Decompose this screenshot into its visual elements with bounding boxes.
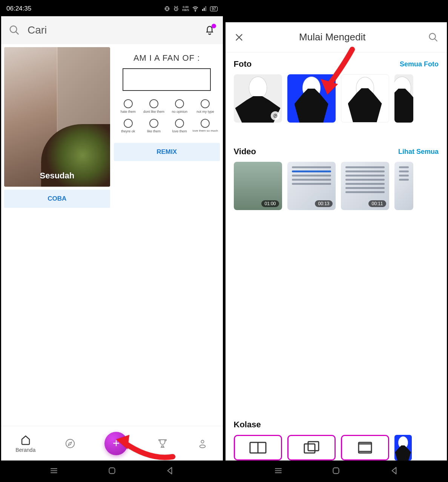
svg-point-6 xyxy=(10,26,17,33)
right-phone: Mulai Mengedit Foto Semua Foto ℗ Video L… xyxy=(224,0,448,482)
nav-profile[interactable] xyxy=(197,438,208,449)
kolase-template[interactable] xyxy=(287,435,336,461)
template-labels-row2: theyre oklike themlove themlove them so … xyxy=(115,129,218,133)
foto-thumb[interactable] xyxy=(341,74,389,123)
kolase-template[interactable] xyxy=(394,435,412,461)
svg-rect-0 xyxy=(166,7,168,11)
status-bar: 06:24:35 0.00KB/S 97 xyxy=(1,1,223,16)
back-button[interactable] xyxy=(389,466,399,476)
alarm-icon xyxy=(173,6,179,12)
svg-rect-16 xyxy=(333,468,339,473)
video-duration: 00:11 xyxy=(368,200,386,207)
svg-point-7 xyxy=(66,439,74,448)
section-link-video[interactable]: Lihat Semua xyxy=(398,148,439,156)
search-icon[interactable] xyxy=(428,32,439,43)
create-button[interactable]: + xyxy=(104,432,128,455)
vibrate-icon xyxy=(164,6,170,12)
svg-point-8 xyxy=(201,440,204,443)
modal-title: Mulai Mengedit xyxy=(244,31,422,43)
nav-home-label: Beranda xyxy=(15,447,35,453)
home-button[interactable] xyxy=(107,466,117,476)
nav-challenges[interactable] xyxy=(157,438,168,449)
modal-header: Mulai Mengedit xyxy=(226,22,447,52)
feed: Sesudah COBA AM I A FAN OF : hate themdo… xyxy=(1,44,223,426)
notification-dot xyxy=(212,24,216,28)
section-head-video: Video Lihat Semua xyxy=(226,124,447,160)
battery-level: 97 xyxy=(210,6,217,11)
feed-card-template[interactable]: AM I A FAN OF : hate themdont like themn… xyxy=(114,47,220,140)
video-duration: 00:13 xyxy=(315,200,332,207)
video-thumb[interactable] xyxy=(394,162,413,210)
kolase-template[interactable] xyxy=(341,435,389,461)
remix-button[interactable]: REMIX xyxy=(114,143,220,161)
nav-explore[interactable] xyxy=(64,438,76,449)
section-head-kolase: Kolase xyxy=(226,413,447,433)
status-time: 06:24:35 xyxy=(6,5,31,12)
home-button[interactable] xyxy=(331,466,341,476)
recent-apps-button[interactable] xyxy=(273,466,283,476)
kolase-scroll[interactable] xyxy=(226,433,447,461)
svg-point-11 xyxy=(430,33,436,39)
system-nav xyxy=(1,461,223,481)
signal-icon xyxy=(202,6,207,11)
svg-point-2 xyxy=(195,11,196,11)
svg-rect-13 xyxy=(304,444,315,453)
section-head-foto: Foto Semua Foto xyxy=(226,52,447,73)
blank-status-bar xyxy=(226,1,447,22)
top-bar: Cari xyxy=(1,16,223,44)
svg-rect-4 xyxy=(204,8,205,11)
notification-icon[interactable] xyxy=(204,25,215,36)
video-thumb[interactable]: 00:11 xyxy=(341,162,389,210)
recent-apps-button[interactable] xyxy=(49,466,59,476)
video-scroll[interactable]: 01:00 00:13 00:11 xyxy=(226,160,447,212)
wifi-icon xyxy=(192,5,199,12)
data-speed: 0.00KB/S xyxy=(182,6,189,12)
section-link-foto[interactable]: Semua Foto xyxy=(400,60,439,68)
video-thumb[interactable]: 00:13 xyxy=(287,162,336,210)
svg-rect-3 xyxy=(203,9,203,11)
video-duration: 01:00 xyxy=(261,200,279,207)
section-title-foto: Foto xyxy=(234,59,252,69)
foto-thumb[interactable] xyxy=(394,74,413,123)
kolase-template[interactable] xyxy=(234,435,282,461)
svg-rect-5 xyxy=(206,6,206,11)
section-title-kolase: Kolase xyxy=(234,420,261,430)
svg-rect-10 xyxy=(109,468,115,473)
picsart-badge-icon: ℗ xyxy=(271,111,280,120)
nav-home[interactable]: Beranda xyxy=(15,434,35,453)
template-input-box xyxy=(123,68,211,91)
coba-button[interactable]: COBA xyxy=(4,190,110,208)
foto-thumb[interactable] xyxy=(287,74,336,123)
svg-rect-14 xyxy=(308,442,319,451)
search-placeholder[interactable]: Cari xyxy=(28,24,196,36)
bottom-nav: Beranda + xyxy=(1,426,223,461)
foto-scroll[interactable]: ℗ xyxy=(226,73,447,124)
image-caption: Sesudah xyxy=(4,171,110,181)
svg-point-9 xyxy=(200,445,206,448)
video-thumb[interactable]: 01:00 xyxy=(234,162,282,210)
system-nav xyxy=(226,461,447,481)
feed-card-image[interactable]: Sesudah xyxy=(4,47,110,187)
left-phone: 06:24:35 0.00KB/S 97 xyxy=(0,0,224,482)
close-icon[interactable] xyxy=(234,32,244,43)
search-icon[interactable] xyxy=(9,25,20,36)
section-title-video: Video xyxy=(234,147,256,157)
foto-thumb[interactable]: ℗ xyxy=(234,74,282,123)
template-title: AM I A FAN OF : xyxy=(115,51,218,68)
back-button[interactable] xyxy=(165,466,175,476)
template-labels-row1: hate themdont like themno opinionnot my … xyxy=(115,110,218,114)
